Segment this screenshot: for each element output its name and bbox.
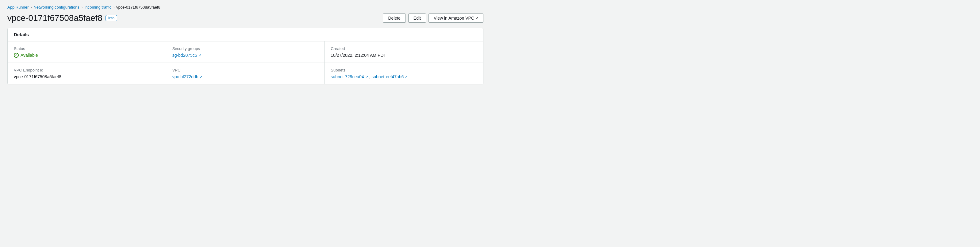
subnets-value: subnet-729cea04 ↗ , subnet-eef47ab6 ↗ bbox=[331, 74, 477, 79]
view-in-amazon-vpc-button[interactable]: View in Amazon VPC ↗ bbox=[428, 13, 484, 23]
vpc-endpoint-id-label: VPC Endpoint Id bbox=[14, 68, 160, 72]
edit-button[interactable]: Edit bbox=[408, 13, 426, 23]
security-groups-label: Security groups bbox=[172, 46, 318, 51]
breadcrumb-current: vpce-0171f67508a5faef8 bbox=[116, 5, 161, 10]
status-label: Status bbox=[14, 46, 160, 51]
details-card: Details Status Available Security groups… bbox=[7, 28, 484, 84]
page-header: vpce-0171f67508a5faef8 Info Delete Edit … bbox=[7, 13, 484, 23]
created-label: Created bbox=[331, 46, 477, 51]
info-badge-button[interactable]: Info bbox=[105, 15, 117, 21]
breadcrumb-sep-1: › bbox=[30, 5, 32, 10]
detail-security-groups-group: Security groups sg-bd2075c5 ↗ bbox=[166, 41, 325, 62]
created-value: 10/27/2022, 2:12:04 AM PDT bbox=[331, 53, 477, 58]
subnet-1-link[interactable]: subnet-729cea04 ↗ bbox=[331, 74, 368, 79]
breadcrumb: App Runner › Networking configurations ›… bbox=[7, 5, 484, 10]
vpc-endpoint-id-value: vpce-0171f67508a5faef8 bbox=[14, 74, 160, 79]
header-actions: Delete Edit View in Amazon VPC ↗ bbox=[383, 13, 484, 23]
detail-status-group: Status Available bbox=[8, 41, 166, 62]
detail-subnets-group: Subnets subnet-729cea04 ↗ , subnet-eef47… bbox=[325, 63, 483, 84]
details-card-header: Details bbox=[8, 28, 483, 41]
status-value: Available bbox=[14, 53, 160, 58]
vpc-value: vpc-bf272ddb ↗ bbox=[172, 74, 318, 79]
subnets-label: Subnets bbox=[331, 68, 477, 72]
security-group-link[interactable]: sg-bd2075c5 ↗ bbox=[172, 53, 201, 58]
subnet-2-link[interactable]: subnet-eef47ab6 ↗ bbox=[371, 74, 408, 79]
status-text: Available bbox=[21, 53, 38, 58]
detail-vpc-group: VPC vpc-bf272ddb ↗ bbox=[166, 63, 325, 84]
page-container: App Runner › Networking configurations ›… bbox=[0, 0, 491, 89]
breadcrumb-sep-3: › bbox=[113, 5, 115, 10]
breadcrumb-incoming-traffic[interactable]: Incoming traffic bbox=[84, 5, 111, 10]
vpc-label: VPC bbox=[172, 68, 318, 72]
subnet-1-external-icon: ↗ bbox=[365, 75, 368, 79]
details-row-1: Status Available Security groups sg-bd20… bbox=[8, 41, 483, 62]
security-group-external-icon: ↗ bbox=[199, 53, 201, 57]
vpc-external-icon: ↗ bbox=[200, 75, 202, 79]
breadcrumb-app-runner[interactable]: App Runner bbox=[7, 5, 29, 10]
subnets-separator: , bbox=[369, 74, 371, 79]
page-title: vpce-0171f67508a5faef8 bbox=[7, 13, 102, 23]
subnet-2-external-icon: ↗ bbox=[405, 75, 408, 79]
status-available-icon bbox=[14, 53, 19, 58]
breadcrumb-sep-2: › bbox=[81, 5, 83, 10]
details-row-2: VPC Endpoint Id vpce-0171f67508a5faef8 V… bbox=[8, 62, 483, 84]
breadcrumb-networking[interactable]: Networking configurations bbox=[33, 5, 80, 10]
external-link-icon: ↗ bbox=[476, 16, 478, 20]
page-title-group: vpce-0171f67508a5faef8 Info bbox=[7, 13, 117, 23]
security-groups-value: sg-bd2075c5 ↗ bbox=[172, 53, 318, 58]
vpc-link[interactable]: vpc-bf272ddb ↗ bbox=[172, 74, 202, 79]
detail-vpc-endpoint-id-group: VPC Endpoint Id vpce-0171f67508a5faef8 bbox=[8, 63, 166, 84]
delete-button[interactable]: Delete bbox=[383, 13, 406, 23]
detail-created-group: Created 10/27/2022, 2:12:04 AM PDT bbox=[325, 41, 483, 62]
